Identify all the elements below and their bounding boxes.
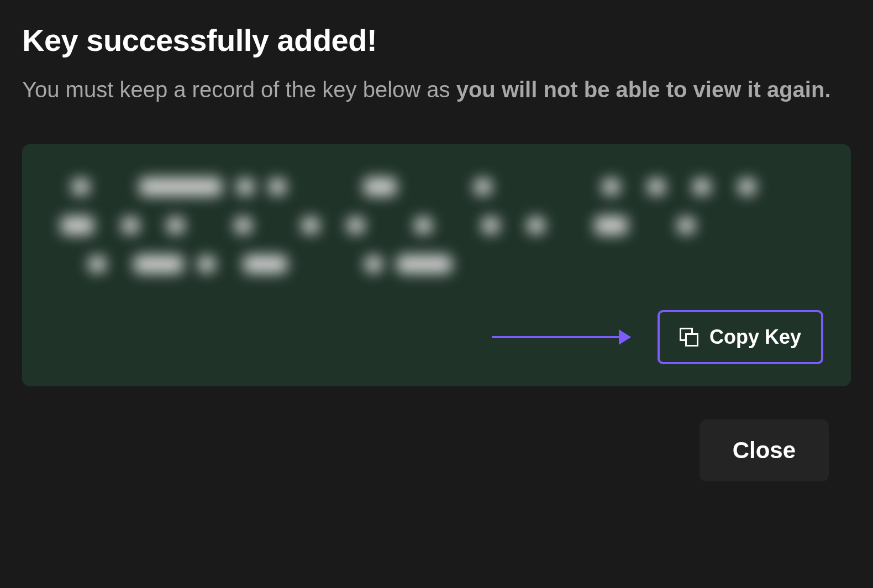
annotation-arrow xyxy=(492,336,630,338)
dialog-subtitle: You must keep a record of the key below … xyxy=(22,74,851,106)
dialog-footer: Close xyxy=(22,386,851,481)
subtitle-bold: you will not be able to view it again. xyxy=(456,77,831,102)
subtitle-prefix: You must keep a record of the key below … xyxy=(22,77,456,102)
copy-key-button[interactable]: Copy Key xyxy=(658,310,823,364)
close-button[interactable]: Close xyxy=(700,419,829,481)
api-key-box: Copy Key xyxy=(22,144,851,386)
copy-icon xyxy=(680,328,698,347)
key-actions-row: Copy Key xyxy=(50,310,823,364)
blurred-key-text xyxy=(50,177,823,293)
key-added-dialog: Key successfully added! You must keep a … xyxy=(0,0,873,481)
dialog-title: Key successfully added! xyxy=(22,22,851,58)
copy-key-label: Copy Key xyxy=(709,326,801,349)
